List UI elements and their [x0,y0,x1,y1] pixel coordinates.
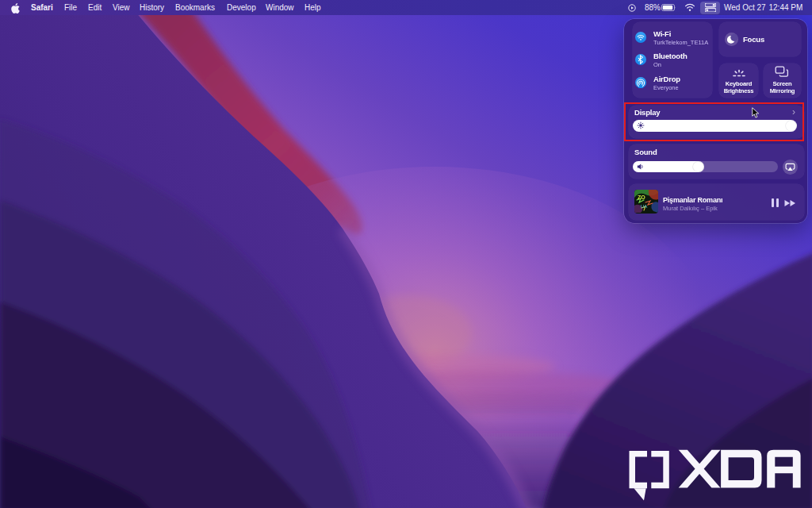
svg-text:ZO: ZO [638,194,645,200]
svg-text:UA: UA [641,204,647,209]
